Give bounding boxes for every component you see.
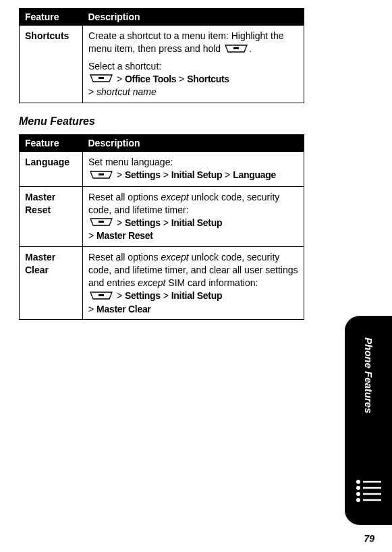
svg-rect-4 <box>99 294 104 296</box>
table1-header-description: Description <box>83 9 304 26</box>
feature-description: Set menu language: > Settings > Initial … <box>83 152 304 187</box>
feature-name: Master Reset <box>20 186 83 246</box>
page-number: 79 <box>364 533 374 544</box>
side-tab-label: Phone Features <box>363 337 374 414</box>
table2-header-feature: Feature <box>20 135 83 152</box>
menu-key-icon <box>88 73 114 86</box>
feature-name: Shortcuts <box>20 26 83 103</box>
path-sep: > <box>88 304 96 314</box>
menu-path: Office Tools <box>125 74 176 84</box>
path-sep: > <box>88 230 96 241</box>
table2-header-description: Description <box>83 135 304 152</box>
menu-key-icon <box>223 43 249 56</box>
side-tab: Phone Features <box>345 316 392 525</box>
feature-description: Create a shortcut to a menu item: Highli… <box>83 26 304 103</box>
svg-rect-2 <box>99 173 104 175</box>
list-icon <box>354 479 383 506</box>
menu-path: Settings <box>125 217 161 228</box>
table-row: Master Clear Reset all options except un… <box>20 247 304 320</box>
menu-path-variable: shortcut name <box>96 86 157 97</box>
shortcuts-table: Feature Description Shortcuts Create a s… <box>19 8 304 103</box>
feature-name: Master Clear <box>20 247 83 320</box>
svg-point-6 <box>356 486 360 490</box>
menu-path: Initial Setup <box>171 290 222 301</box>
path-sep: > <box>161 169 171 180</box>
menu-path: Shortcuts <box>187 74 229 84</box>
section-heading: Menu Features <box>19 115 304 128</box>
desc-text: SIM card information: <box>165 277 258 288</box>
feature-name: Language <box>20 152 83 187</box>
path-sep: > <box>161 217 171 228</box>
svg-rect-3 <box>99 221 104 223</box>
desc-text: Create a shortcut to a menu item: <box>88 30 229 41</box>
svg-rect-0 <box>233 47 239 49</box>
menu-path: Settings <box>125 169 161 180</box>
path-sep: > <box>114 169 125 180</box>
svg-point-8 <box>356 498 360 502</box>
svg-point-5 <box>356 480 360 484</box>
path-sep: > <box>88 86 96 97</box>
desc-text-em: except <box>161 252 188 263</box>
menu-path: Language <box>233 169 276 180</box>
desc-text-em: except <box>138 277 165 288</box>
table-row: Language Set menu language: > Settings >… <box>20 152 304 187</box>
menu-path: Initial Setup <box>171 217 222 228</box>
path-sep: > <box>114 74 125 84</box>
menu-path: Master Reset <box>96 230 153 241</box>
feature-description: Reset all options except unlock code, se… <box>83 186 304 246</box>
table-row: Master Reset Reset all options except un… <box>20 186 304 246</box>
menu-key-icon <box>88 169 114 182</box>
svg-rect-1 <box>99 77 104 79</box>
desc-text: Set menu language: <box>88 156 298 169</box>
menu-path: Initial Setup <box>171 169 222 180</box>
menu-path: Master Clear <box>96 304 150 314</box>
svg-point-7 <box>356 492 360 496</box>
menu-path: Settings <box>125 290 161 301</box>
menu-features-table: Feature Description Language Set menu la… <box>19 134 304 320</box>
path-sep: > <box>161 290 171 301</box>
table-row: Shortcuts Create a shortcut to a menu it… <box>20 26 304 103</box>
table1-header-feature: Feature <box>20 9 83 26</box>
desc-text: Reset all options <box>88 192 161 202</box>
path-sep: > <box>222 169 233 180</box>
desc-text: . <box>249 43 252 54</box>
path-sep: > <box>176 74 187 84</box>
desc-text: Select a shortcut: <box>88 60 298 73</box>
path-sep: > <box>114 290 125 301</box>
menu-key-icon <box>88 217 114 229</box>
path-sep: > <box>114 217 125 228</box>
menu-key-icon <box>88 290 114 303</box>
desc-text: Reset all options <box>88 252 161 263</box>
feature-description: Reset all options except unlock code, se… <box>83 247 304 320</box>
desc-text-em: except <box>161 192 188 202</box>
